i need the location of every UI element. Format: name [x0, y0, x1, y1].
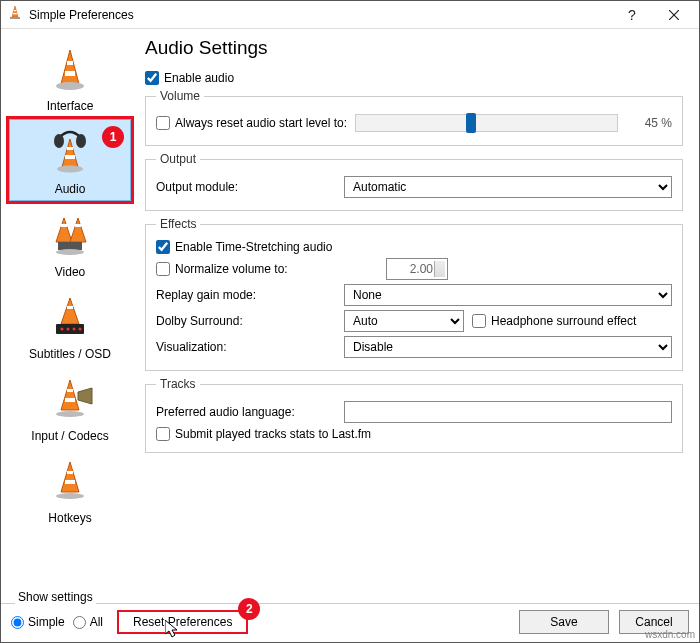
- close-button[interactable]: [653, 1, 695, 29]
- annotation-badge-1: 1: [102, 126, 124, 148]
- svg-point-9: [56, 82, 84, 90]
- normalize-checkbox[interactable]: Normalize volume to:: [156, 262, 378, 276]
- output-group: Output Output module: Automatic: [145, 152, 683, 211]
- svg-rect-2: [13, 13, 17, 14]
- svg-point-15: [76, 134, 86, 148]
- viz-select[interactable]: Disable: [344, 336, 672, 358]
- footer: Show settings Simple All 2 Reset Prefere…: [1, 603, 699, 642]
- show-all-input[interactable]: [73, 616, 86, 629]
- show-simple-input[interactable]: [11, 616, 24, 629]
- svg-rect-11: [67, 147, 73, 150]
- dolby-select[interactable]: Auto: [344, 310, 464, 332]
- svg-marker-0: [12, 6, 18, 17]
- lastfm-label: Submit played tracks stats to Last.fm: [175, 427, 371, 441]
- svg-point-25: [61, 328, 64, 331]
- show-settings-label: Show settings: [15, 590, 96, 604]
- dolby-label: Dolby Surround:: [156, 314, 336, 328]
- output-module-label: Output module:: [156, 180, 336, 194]
- svg-point-21: [56, 249, 84, 255]
- svg-marker-6: [61, 50, 79, 84]
- sidebar-item-label: Input / Codecs: [31, 429, 108, 443]
- reset-level-checkbox[interactable]: Always reset audio start level to:: [156, 116, 347, 130]
- normalize-spinbox[interactable]: 2.00: [386, 258, 448, 280]
- svg-rect-19: [75, 224, 81, 227]
- svg-point-27: [73, 328, 76, 331]
- replay-gain-select[interactable]: None: [344, 284, 672, 306]
- sidebar-item-hotkeys[interactable]: Hotkeys: [9, 449, 131, 529]
- svg-point-37: [56, 493, 84, 499]
- normalize-input[interactable]: [156, 262, 170, 276]
- sidebar-item-label: Video: [55, 265, 85, 279]
- svg-marker-34: [61, 462, 79, 492]
- volume-slider[interactable]: [355, 114, 618, 132]
- show-all-radio[interactable]: All: [73, 615, 103, 629]
- timestretch-checkbox[interactable]: Enable Time-Stretching audio: [156, 240, 672, 254]
- headphone-label: Headphone surround effect: [491, 314, 636, 328]
- hotkeys-icon: [43, 455, 97, 509]
- volume-percent: 45 %: [626, 116, 672, 130]
- enable-audio-checkbox[interactable]: Enable audio: [145, 71, 683, 85]
- sidebar-item-label: Hotkeys: [48, 511, 91, 525]
- sidebar-item-interface[interactable]: Interface: [9, 37, 131, 117]
- headphone-checkbox[interactable]: Headphone surround effect: [472, 314, 636, 328]
- normalize-label: Normalize volume to:: [175, 262, 288, 276]
- page-title: Audio Settings: [145, 37, 683, 59]
- cancel-label: Cancel: [635, 615, 672, 629]
- sidebar-item-audio[interactable]: 1 Audio: [9, 119, 131, 201]
- titlebar: Simple Preferences ?: [1, 1, 699, 29]
- svg-marker-22: [61, 298, 79, 324]
- svg-point-14: [54, 134, 64, 148]
- reset-level-label: Always reset audio start level to:: [175, 116, 347, 130]
- replay-gain-label: Replay gain mode:: [156, 288, 336, 302]
- sidebar-item-video[interactable]: Video: [9, 203, 131, 283]
- output-module-select[interactable]: Automatic: [344, 176, 672, 198]
- viz-label: Visualization:: [156, 340, 336, 354]
- pref-lang-input[interactable]: [344, 401, 672, 423]
- help-button[interactable]: ?: [611, 1, 653, 29]
- svg-marker-10: [62, 139, 78, 167]
- timestretch-input[interactable]: [156, 240, 170, 254]
- vlc-logo-icon: [7, 5, 23, 24]
- preferences-window: Simple Preferences ? Interface 1: [0, 0, 700, 643]
- interface-icon: [43, 43, 97, 97]
- svg-rect-7: [67, 61, 73, 65]
- show-simple-radio[interactable]: Simple: [11, 615, 65, 629]
- volume-legend: Volume: [156, 89, 204, 103]
- audio-icon: [43, 126, 97, 180]
- enable-audio-label: Enable audio: [164, 71, 234, 85]
- svg-rect-31: [65, 398, 75, 402]
- tracks-legend: Tracks: [156, 377, 200, 391]
- sidebar-item-label: Interface: [47, 99, 94, 113]
- headphone-input[interactable]: [472, 314, 486, 328]
- show-all-label: All: [90, 615, 103, 629]
- svg-marker-17: [70, 218, 86, 242]
- sidebar-item-input-codecs[interactable]: Input / Codecs: [9, 367, 131, 447]
- window-title: Simple Preferences: [29, 8, 611, 22]
- sidebar-item-label: Audio: [55, 182, 86, 196]
- output-legend: Output: [156, 152, 200, 166]
- video-icon: [43, 209, 97, 263]
- show-simple-label: Simple: [28, 615, 65, 629]
- svg-rect-1: [14, 10, 16, 11]
- normalize-value: 2.00: [410, 262, 433, 276]
- reset-preferences-button[interactable]: 2 Reset Preferences: [117, 610, 248, 634]
- sidebar-item-subtitles[interactable]: Subtitles / OSD: [9, 285, 131, 365]
- pref-lang-label: Preferred audio language:: [156, 405, 336, 419]
- save-button[interactable]: Save: [519, 610, 609, 634]
- enable-audio-input[interactable]: [145, 71, 159, 85]
- lastfm-checkbox[interactable]: Submit played tracks stats to Last.fm: [156, 427, 672, 441]
- effects-group: Effects Enable Time-Stretching audio Nor…: [145, 217, 683, 371]
- timestretch-label: Enable Time-Stretching audio: [175, 240, 332, 254]
- sidebar-item-label: Subtitles / OSD: [29, 347, 111, 361]
- category-sidebar: Interface 1 Audio Video: [1, 29, 139, 603]
- reset-level-input[interactable]: [156, 116, 170, 130]
- effects-legend: Effects: [156, 217, 200, 231]
- lastfm-input[interactable]: [156, 427, 170, 441]
- codecs-icon: [43, 373, 97, 427]
- slider-thumb[interactable]: [466, 113, 476, 133]
- svg-rect-30: [67, 389, 73, 392]
- tracks-group: Tracks Preferred audio language: Submit …: [145, 377, 683, 453]
- save-label: Save: [550, 615, 577, 629]
- svg-rect-20: [58, 242, 82, 250]
- svg-point-26: [67, 328, 70, 331]
